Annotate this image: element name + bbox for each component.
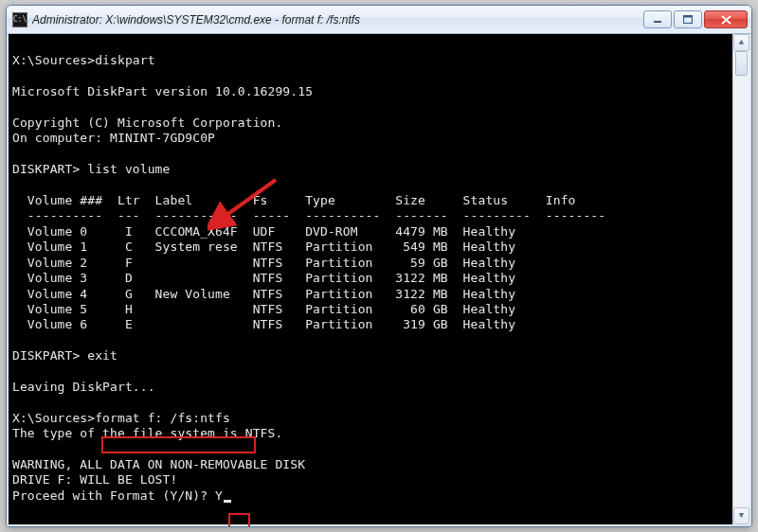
- maximize-button[interactable]: [674, 10, 702, 28]
- window-controls: [643, 10, 748, 28]
- close-button[interactable]: [704, 10, 748, 28]
- svg-rect-0: [654, 21, 661, 23]
- cmd-icon: C:\: [12, 12, 27, 27]
- scroll-down-button[interactable]: ▼: [733, 507, 749, 524]
- titlebar[interactable]: C:\ Administrator: X:\windows\SYSTEM32\c…: [7, 6, 751, 34]
- scroll-up-button[interactable]: ▲: [733, 34, 749, 51]
- console-output[interactable]: X:\Sources>diskpart Microsoft DiskPart v…: [9, 34, 732, 524]
- minimize-button[interactable]: [643, 10, 672, 28]
- text-cursor: [224, 500, 231, 503]
- vertical-scrollbar[interactable]: ▲ ▼: [732, 34, 749, 524]
- svg-rect-2: [684, 16, 693, 18]
- scroll-thumb[interactable]: [735, 51, 748, 76]
- cmd-window: C:\ Administrator: X:\windows\SYSTEM32\c…: [6, 5, 752, 527]
- console-client-area: X:\Sources>diskpart Microsoft DiskPart v…: [7, 34, 751, 526]
- window-title: Administrator: X:\windows\SYSTEM32\cmd.e…: [32, 13, 643, 27]
- scroll-track[interactable]: [733, 51, 749, 507]
